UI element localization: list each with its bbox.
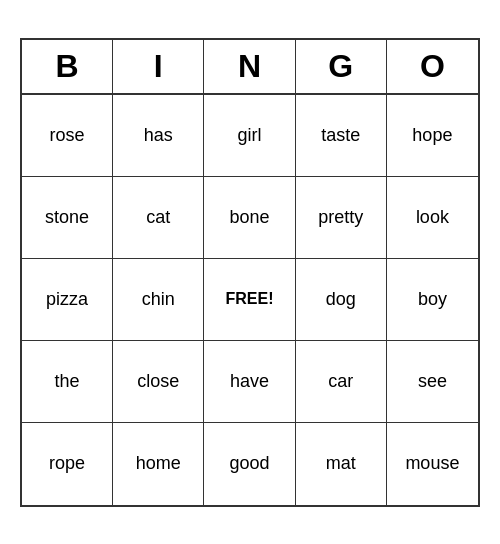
bingo-cell-r2-c4: boy bbox=[387, 259, 478, 341]
bingo-cell-r1-c1: cat bbox=[113, 177, 204, 259]
bingo-cell-r1-c2: bone bbox=[204, 177, 295, 259]
bingo-cell-r4-c2: good bbox=[204, 423, 295, 505]
bingo-cell-r1-c0: stone bbox=[22, 177, 113, 259]
bingo-cell-r0-c1: has bbox=[113, 95, 204, 177]
bingo-cell-r2-c0: pizza bbox=[22, 259, 113, 341]
bingo-cell-r1-c3: pretty bbox=[296, 177, 387, 259]
bingo-header-letter: O bbox=[387, 40, 478, 93]
bingo-cell-r3-c0: the bbox=[22, 341, 113, 423]
bingo-cell-r3-c4: see bbox=[387, 341, 478, 423]
bingo-cell-r2-c2: FREE! bbox=[204, 259, 295, 341]
bingo-header-letter: G bbox=[296, 40, 387, 93]
bingo-header-letter: N bbox=[204, 40, 295, 93]
bingo-header-letter: B bbox=[22, 40, 113, 93]
bingo-cell-r4-c0: rope bbox=[22, 423, 113, 505]
bingo-cell-r0-c2: girl bbox=[204, 95, 295, 177]
bingo-cell-r4-c4: mouse bbox=[387, 423, 478, 505]
bingo-cell-r4-c3: mat bbox=[296, 423, 387, 505]
bingo-header: BINGO bbox=[22, 40, 478, 95]
bingo-cell-r0-c4: hope bbox=[387, 95, 478, 177]
bingo-cell-r3-c1: close bbox=[113, 341, 204, 423]
bingo-cell-r2-c1: chin bbox=[113, 259, 204, 341]
bingo-cell-r4-c1: home bbox=[113, 423, 204, 505]
bingo-header-letter: I bbox=[113, 40, 204, 93]
bingo-grid: rosehasgirltastehopestonecatboneprettylo… bbox=[22, 95, 478, 505]
bingo-cell-r2-c3: dog bbox=[296, 259, 387, 341]
bingo-cell-r3-c3: car bbox=[296, 341, 387, 423]
bingo-cell-r0-c0: rose bbox=[22, 95, 113, 177]
bingo-cell-r1-c4: look bbox=[387, 177, 478, 259]
bingo-cell-r0-c3: taste bbox=[296, 95, 387, 177]
bingo-cell-r3-c2: have bbox=[204, 341, 295, 423]
bingo-card: BINGO rosehasgirltastehopestonecatbonepr… bbox=[20, 38, 480, 507]
